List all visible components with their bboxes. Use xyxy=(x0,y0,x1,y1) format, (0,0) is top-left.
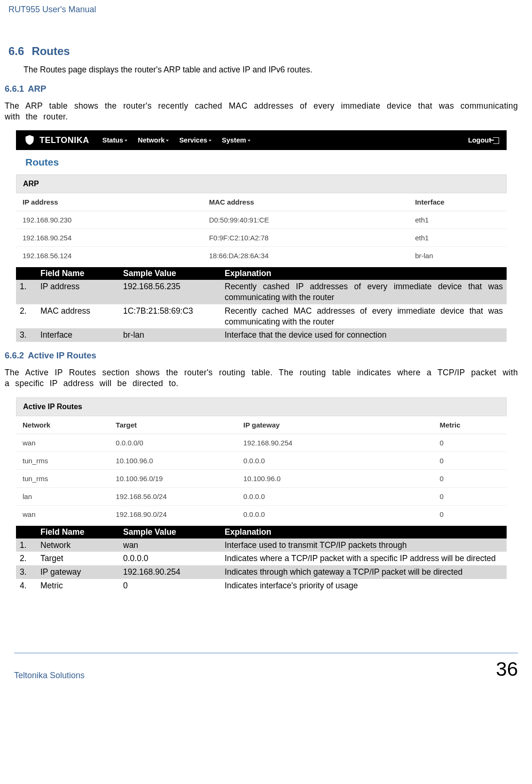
arp-table: IP address MAC address Interface 192.168… xyxy=(16,193,507,264)
col-ip: IP address xyxy=(16,193,203,211)
table-row: 192.168.90.254F0:9F:C2:10:A2:78eth1 xyxy=(16,229,507,247)
table-row: 1.IP address192.168.56.235Recently cashe… xyxy=(16,280,507,304)
table-row: tun_rms10.100.96.0/1910.100.96.00 xyxy=(16,469,507,487)
arp-fields-table: Field NameSample ValueExplanation 1.IP a… xyxy=(16,267,507,342)
col-if: Interface xyxy=(408,193,507,211)
menu-system[interactable]: System xyxy=(222,136,250,144)
doc-title: RUT955 User's Manual xyxy=(5,0,518,16)
table-row: 192.168.90.230D0:50:99:40:91:CEeth1 xyxy=(16,211,507,229)
table-row: 4.Metric0Indicates interface's priority … xyxy=(16,579,507,593)
table-header-row: Field NameSample ValueExplanation xyxy=(16,526,507,539)
menu-network[interactable]: Network xyxy=(138,136,169,144)
footer-brand: Teltonika Solutions xyxy=(14,671,85,681)
menu-services[interactable]: Services xyxy=(179,136,211,144)
heading-routes: 6.6Routes xyxy=(5,45,518,58)
logout-icon xyxy=(493,137,499,144)
table-row: 3.Interfacebr-lanInterface that the devi… xyxy=(16,328,507,342)
table-row: 1.NetworkwanInterface used to transmit T… xyxy=(16,539,507,552)
main-menu: Status Network Services System xyxy=(102,136,250,144)
footer-rule xyxy=(14,653,518,653)
brand-logo[interactable]: TELTONIKA xyxy=(23,134,89,146)
heading-arp: 6.6.1ARP xyxy=(5,84,518,94)
page-title: Routes xyxy=(16,150,507,174)
routes-intro: The Routes page displays the router's AR… xyxy=(5,64,518,75)
activeip-text: The Active IP Routes section shows the r… xyxy=(5,367,518,389)
logo-icon xyxy=(23,134,36,146)
table-header-row: Network Target IP gateway Metric xyxy=(16,416,507,434)
activeip-fields-table: Field NameSample ValueExplanation 1.Netw… xyxy=(16,526,507,593)
heading-active-ip: 6.6.2Active IP Routes xyxy=(5,350,518,361)
activeip-panel-head: Active IP Routes xyxy=(16,397,507,416)
col-mac: MAC address xyxy=(203,193,408,211)
table-row: wan0.0.0.0/0192.168.90.2540 xyxy=(16,434,507,451)
page-number: 36 xyxy=(496,658,518,681)
sub-num: 6.6.1 xyxy=(5,84,24,94)
activeip-table: Network Target IP gateway Metric wan0.0.… xyxy=(16,416,507,523)
sub-title: Active IP Routes xyxy=(28,350,96,360)
arp-text: The ARP table shows the router's recentl… xyxy=(5,101,518,122)
sec-num: 6.6 xyxy=(8,45,24,57)
topbar: TELTONIKA Status Network Services System… xyxy=(16,130,507,150)
menu-status[interactable]: Status xyxy=(102,136,127,144)
table-header-row: IP address MAC address Interface xyxy=(16,193,507,211)
table-row: 3.IP gateway192.168.90.254Indicates thro… xyxy=(16,565,507,579)
table-row: tun_rms10.100.96.00.0.0.00 xyxy=(16,451,507,469)
table-row: 2.Target0.0.0.0Indicates where a TCP/IP … xyxy=(16,552,507,565)
sec-title: Routes xyxy=(31,45,70,57)
table-header-row: Field NameSample ValueExplanation xyxy=(16,267,507,280)
table-row: 2.MAC address1C:7B:21:58:69:C3Recently c… xyxy=(16,304,507,329)
table-row: lan192.168.56.0/240.0.0.00 xyxy=(16,487,507,505)
table-row: wan192.168.90.0/240.0.0.00 xyxy=(16,505,507,523)
sub-title: ARP xyxy=(28,84,46,94)
logout-link[interactable]: Logout xyxy=(468,136,499,144)
page-footer: Teltonika Solutions 36 xyxy=(0,658,532,690)
sub-num: 6.6.2 xyxy=(5,350,24,360)
brand-text: TELTONIKA xyxy=(39,135,89,145)
arp-panel-head: ARP xyxy=(16,174,507,193)
activeip-screenshot: Active IP Routes Network Target IP gatew… xyxy=(16,397,507,523)
arp-screenshot: TELTONIKA Status Network Services System… xyxy=(16,130,507,264)
table-row: 192.168.56.12418:66:DA:28:6A:34br-lan xyxy=(16,247,507,265)
